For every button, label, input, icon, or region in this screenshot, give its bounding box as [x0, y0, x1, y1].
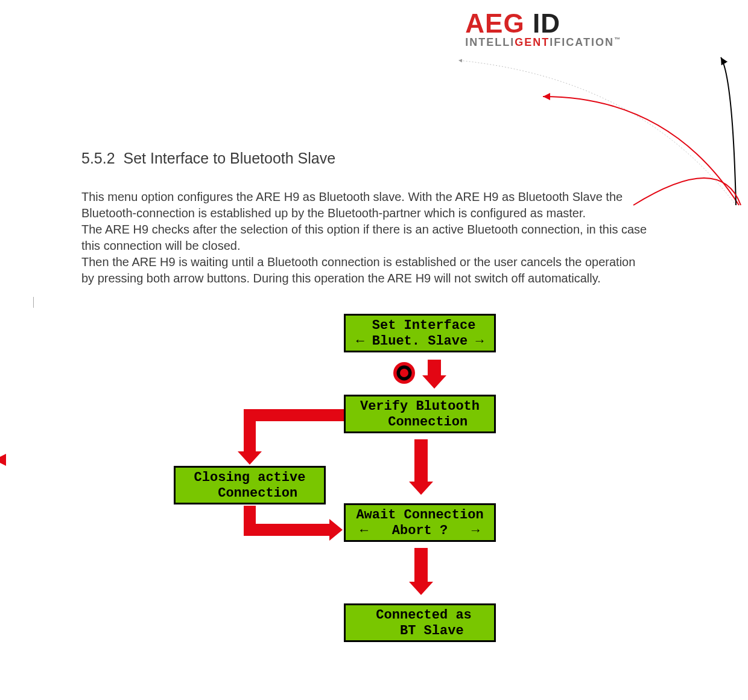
lcd-verify-l1: Verify Blutooth: [349, 399, 490, 415]
body-text: This menu option configures the ARE H9 a…: [81, 189, 648, 287]
brand-logo: AEG ID INTELLIGENTIFICATION™: [465, 8, 621, 49]
svg-point-2: [400, 369, 408, 377]
paragraph-3: Then the ARE H9 is waiting until a Bluet…: [81, 254, 648, 287]
tagline-prefix: INTELLI: [465, 36, 515, 48]
section-title: Set Interface to Bluetooth Slave: [124, 150, 336, 167]
section-number: 5.5.2: [81, 150, 115, 167]
brand-logo-line1: AEG ID: [465, 8, 621, 39]
brand-tagline: INTELLIGENTIFICATION™: [465, 36, 621, 49]
paragraph-1: This menu option configures the ARE H9 a…: [81, 189, 648, 221]
flow-diagram: Set Interface ← Bluet. Slave → Verify Bl…: [0, 314, 748, 700]
lcd-set-interface-l2: ← Bluet. Slave →: [349, 334, 490, 349]
brand-id: ID: [525, 8, 560, 38]
lcd-closing-l1: Closing active: [179, 470, 320, 486]
arrow-await-to-connected-icon: [409, 548, 433, 595]
lcd-closing-l2: Connection: [179, 486, 320, 501]
press-button-icon: [392, 361, 416, 385]
arrow-into-await-icon: [329, 519, 343, 541]
trademark-symbol: ™: [614, 36, 621, 43]
lcd-connected-l2: BT Slave: [349, 623, 490, 639]
section-heading: 5.5.2 Set Interface to Bluetooth Slave: [81, 150, 648, 167]
lcd-await-l2: ← Abort ? →: [349, 523, 490, 539]
lcd-connected-l1: Connected as: [349, 608, 490, 623]
connector-verify-to-closing-h: [244, 409, 344, 421]
lcd-set-interface: Set Interface ← Bluet. Slave →: [344, 314, 496, 352]
margin-marker: [33, 297, 34, 308]
connector-closing-to-await-h: [244, 524, 329, 536]
lcd-closing: Closing active Connection: [174, 466, 326, 504]
arrow-after-press-icon: [422, 360, 446, 389]
lcd-connected: Connected as BT Slave: [344, 603, 496, 642]
connector-verify-to-closing-v: [244, 409, 256, 451]
arrow-verify-to-await-icon: [409, 439, 433, 495]
brand-aeg: AEG: [465, 8, 524, 38]
paragraph-2: The ARE H9 checks after the selection of…: [81, 221, 648, 254]
lcd-await: Await Connection ← Abort ? →: [344, 503, 496, 542]
lcd-await-l1: Await Connection: [349, 508, 490, 523]
tagline-blend: GENT: [515, 36, 550, 48]
lcd-verify: Verify Blutooth Connection: [344, 395, 496, 433]
lcd-set-interface-l1: Set Interface: [349, 318, 490, 334]
tagline-suffix: IFICATION: [550, 36, 614, 48]
lcd-verify-l2: Connection: [349, 415, 490, 430]
arrow-into-closing-icon: [238, 451, 262, 465]
